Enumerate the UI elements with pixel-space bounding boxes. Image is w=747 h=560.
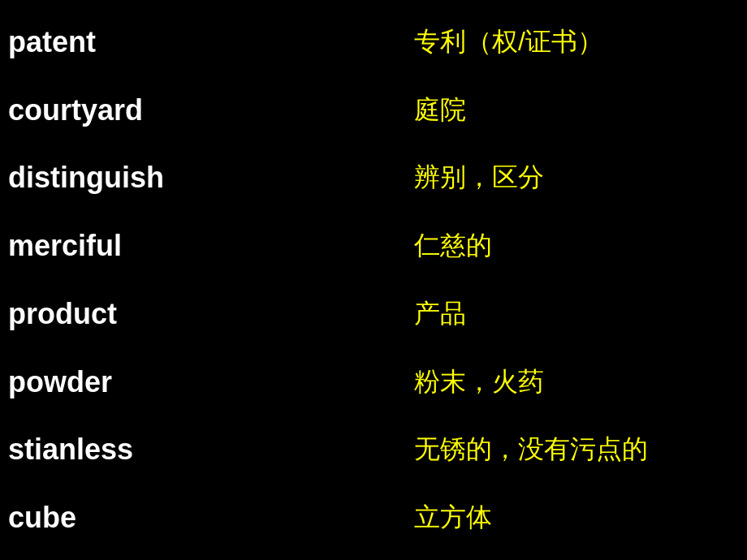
vocab-row: product产品: [0, 280, 747, 348]
english-word: cube: [8, 501, 235, 535]
chinese-translation: 立方体: [235, 500, 739, 536]
vocab-row: powder粉末，火药: [0, 348, 747, 416]
english-word: distinguish: [8, 161, 235, 195]
english-word: product: [8, 297, 235, 331]
vocab-row: stianless无锈的，没有污点的: [0, 416, 747, 485]
chinese-translation: 粉末，火药: [235, 364, 739, 400]
chinese-translation: 专利（权/证书）: [235, 24, 739, 60]
vocab-row: merciful仁慈的: [0, 212, 747, 280]
vocabulary-container: patent专利（权/证书）courtyard庭院distinguish辨别，区…: [0, 0, 747, 560]
english-word: stianless: [8, 433, 235, 467]
chinese-translation: 仁慈的: [235, 228, 739, 264]
english-word: courtyard: [8, 93, 235, 127]
chinese-translation: 辨别，区分: [235, 160, 739, 196]
english-word: patent: [8, 25, 235, 59]
chinese-translation: 无锈的，没有污点的: [235, 432, 739, 467]
english-word: powder: [8, 365, 235, 399]
english-word: merciful: [8, 229, 235, 263]
chinese-translation: 庭院: [235, 93, 739, 128]
vocab-row: patent专利（权/证书）: [0, 8, 747, 76]
vocab-row: cube立方体: [0, 484, 747, 552]
vocab-row: courtyard庭院: [0, 76, 747, 144]
vocab-row: distinguish辨别，区分: [0, 144, 747, 213]
chinese-translation: 产品: [235, 296, 739, 332]
